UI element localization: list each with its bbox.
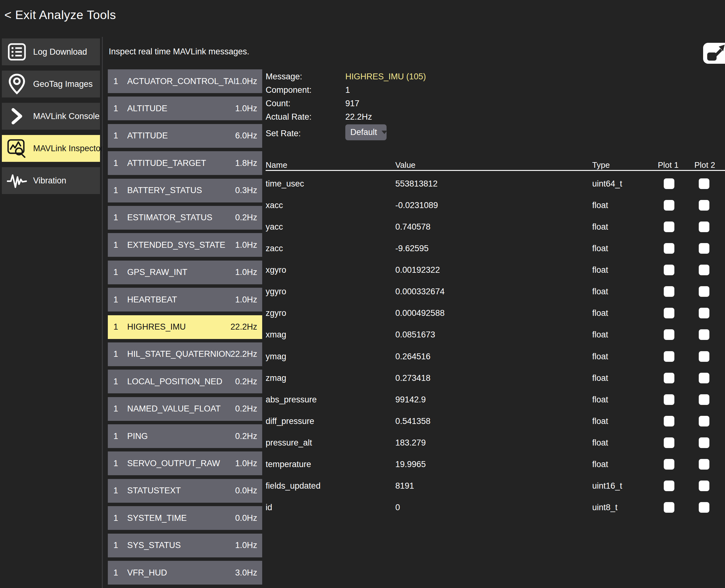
message-row[interactable]: 1 SYSTEM_TIME 0.0Hz — [108, 506, 262, 530]
message-sysid: 1 — [113, 213, 127, 223]
field-name: time_usec — [266, 179, 304, 188]
field-row: zacc -9.62595 float — [266, 237, 725, 259]
message-row[interactable]: 1 NAMED_VALUE_FLOAT 0.2Hz — [108, 397, 262, 421]
message-row[interactable]: 1 HIL_STATE_QUATERNION 22.2Hz — [108, 342, 262, 366]
message-name: VFR_HUD — [127, 568, 235, 578]
popout-button[interactable] — [703, 43, 725, 64]
field-name: zacc — [266, 244, 283, 253]
message-rate: 1.0Hz — [235, 104, 257, 113]
field-type: float — [592, 308, 608, 318]
inspector-description: Inspect real time MAVLink messages. — [109, 47, 249, 57]
plot2-checkbox[interactable] — [699, 178, 709, 189]
field-value: 183.279 — [395, 438, 426, 448]
sidebar-item-mavlink-console[interactable]: MAVLink Console — [2, 103, 100, 130]
message-sysid: 1 — [113, 77, 127, 86]
plot1-checkbox[interactable] — [664, 329, 675, 340]
message-rate: 0.0Hz — [235, 486, 257, 496]
field-value: 19.9965 — [395, 460, 426, 469]
message-row[interactable]: 1 HEARTBEAT 1.0Hz — [108, 288, 262, 312]
sidebar-item-mavlink-inspector[interactable]: MAVLink Inspector — [2, 135, 100, 162]
field-value: 0.273418 — [395, 373, 431, 383]
plot2-checkbox[interactable] — [699, 459, 709, 469]
field-value: 8191 — [395, 481, 414, 491]
plot1-checkbox[interactable] — [664, 222, 675, 232]
plot1-checkbox[interactable] — [664, 308, 675, 318]
plot1-checkbox[interactable] — [664, 265, 675, 275]
message-row[interactable]: 1 VFR_HUD 3.0Hz — [108, 561, 262, 585]
message-row[interactable]: 1 BATTERY_STATUS 0.3Hz — [108, 179, 262, 203]
exit-analyze-tools-link[interactable]: < Exit Analyze Tools — [4, 8, 116, 22]
message-value: HIGHRES_IMU (105) — [345, 72, 426, 82]
plot1-checkbox[interactable] — [664, 200, 675, 211]
message-row[interactable]: 1 PING 0.2Hz — [108, 424, 262, 448]
plot2-checkbox[interactable] — [699, 416, 709, 426]
field-type: float — [592, 395, 608, 404]
message-rate: 3.0Hz — [235, 568, 257, 578]
message-row[interactable]: 1 SERVO_OUTPUT_RAW 1.0Hz — [108, 451, 262, 475]
field-value: 0.0851673 — [395, 330, 435, 340]
col-header-type: Type — [592, 160, 610, 170]
plot2-checkbox[interactable] — [699, 243, 709, 254]
message-sysid: 1 — [113, 131, 127, 141]
message-row[interactable]: 1 SYS_STATUS 1.0Hz — [108, 533, 262, 558]
field-row: abs_pressure 99142.9 float — [266, 388, 725, 410]
plot1-checkbox[interactable] — [664, 502, 675, 513]
plot2-checkbox[interactable] — [699, 394, 709, 405]
plot1-checkbox[interactable] — [664, 373, 675, 383]
plot1-checkbox[interactable] — [664, 459, 675, 469]
message-row[interactable]: 1 ESTIMATOR_STATUS 0.2Hz — [108, 206, 262, 230]
field-name: diff_pressure — [266, 416, 314, 426]
sidebar-item-log-download[interactable]: Log Download — [2, 38, 100, 65]
plot2-checkbox[interactable] — [699, 502, 709, 513]
message-sysid: 1 — [113, 268, 127, 277]
plot2-checkbox[interactable] — [699, 351, 709, 362]
message-row[interactable]: 1 ATTITUDE 6.0Hz — [108, 124, 262, 148]
message-sysid: 1 — [113, 159, 127, 168]
plot2-checkbox[interactable] — [699, 308, 709, 318]
plot2-checkbox[interactable] — [699, 373, 709, 383]
message-row[interactable]: 1 EXTENDED_SYS_STATE 1.0Hz — [108, 233, 262, 257]
plot1-checkbox[interactable] — [664, 178, 675, 189]
sidebar-item-vibration[interactable]: Vibration — [2, 167, 100, 194]
field-name: abs_pressure — [266, 395, 317, 404]
sidebar-divider — [102, 37, 103, 588]
message-name: PING — [127, 432, 235, 441]
mavlink-inspector-screen: < Exit Analyze Tools Log Download GeoTag… — [0, 0, 725, 588]
sidebar-item-geotag-images[interactable]: GeoTag Images — [2, 70, 100, 98]
message-rate: 0.2Hz — [235, 377, 257, 386]
plot2-checkbox[interactable] — [699, 437, 709, 448]
message-rate: 0.0Hz — [235, 513, 257, 523]
message-row[interactable]: 1 HIGHRES_IMU 22.2Hz — [108, 315, 262, 339]
plot1-checkbox[interactable] — [664, 351, 675, 362]
plot1-checkbox[interactable] — [664, 286, 675, 297]
field-row: ymag 0.264516 float — [266, 345, 725, 367]
plot2-checkbox[interactable] — [699, 265, 709, 275]
message-sysid: 1 — [113, 186, 127, 195]
field-type: float — [592, 200, 608, 210]
count-value: 917 — [345, 99, 359, 108]
plot1-checkbox[interactable] — [664, 437, 675, 448]
message-name: LOCAL_POSITION_NED — [127, 377, 235, 386]
message-row[interactable]: 1 GPS_RAW_INT 1.0Hz — [108, 260, 262, 284]
message-row[interactable]: 1 ALTITUDE 1.0Hz — [108, 97, 262, 120]
plot1-checkbox[interactable] — [664, 243, 675, 254]
message-rate: 1.8Hz — [235, 159, 257, 168]
message-row[interactable]: 1 LOCAL_POSITION_NED 0.2Hz — [108, 370, 262, 393]
plot2-checkbox[interactable] — [699, 200, 709, 211]
plot2-checkbox[interactable] — [699, 286, 709, 297]
message-row[interactable]: 1 ACTUATOR_CONTROL_TARGET 1.0Hz — [108, 69, 262, 93]
plot2-checkbox[interactable] — [699, 329, 709, 340]
plot1-checkbox[interactable] — [664, 481, 675, 491]
set-rate-dropdown[interactable]: Default — [345, 124, 387, 140]
plot2-checkbox[interactable] — [699, 222, 709, 232]
plot1-checkbox[interactable] — [664, 416, 675, 426]
field-value: 553813812 — [395, 179, 437, 188]
field-type: uint64_t — [592, 179, 622, 188]
plot2-checkbox[interactable] — [699, 481, 709, 491]
field-type: float — [592, 330, 608, 340]
plot1-checkbox[interactable] — [664, 394, 675, 405]
message-name: EXTENDED_SYS_STATE — [127, 240, 235, 250]
message-label: Message: — [266, 72, 302, 82]
message-row[interactable]: 1 ATTITUDE_TARGET 1.8Hz — [108, 151, 262, 175]
message-row[interactable]: 1 STATUSTEXT 0.0Hz — [108, 479, 262, 503]
